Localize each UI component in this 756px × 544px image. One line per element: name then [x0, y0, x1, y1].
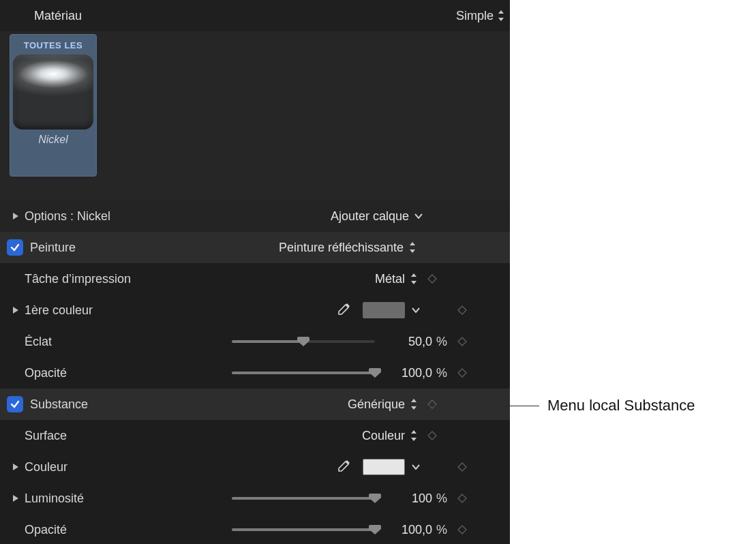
peinture-opacity-label: Opacité	[25, 366, 67, 380]
surface-label: Surface	[25, 429, 67, 443]
luminosity-label: Luminosité	[25, 492, 84, 506]
add-layer-label: Ajouter calque	[331, 209, 409, 224]
callout: Menu local Substance	[406, 397, 695, 414]
print-job-row: Tâche d’impression Métal	[0, 263, 510, 294]
keyframe-icon[interactable]	[447, 462, 477, 472]
keyframe-icon[interactable]	[447, 525, 477, 534]
chevron-down-icon[interactable]	[412, 307, 420, 313]
keyframe-icon[interactable]	[417, 274, 447, 284]
first-color-label: 1ère couleur	[25, 303, 93, 318]
peinture-opacity-slider[interactable]	[232, 367, 375, 378]
eyedropper-icon[interactable]	[335, 303, 350, 318]
material-tile[interactable]: TOUTES LES Nickel	[10, 34, 97, 177]
material-mode-select[interactable]: Simple	[456, 9, 504, 23]
updown-icon	[410, 430, 417, 441]
luminosity-slider[interactable]	[232, 493, 375, 504]
keyframe-icon[interactable]	[417, 431, 447, 440]
callout-line	[406, 406, 539, 406]
eclat-slider[interactable]	[232, 336, 375, 347]
first-color-row: 1ère couleur	[0, 294, 510, 326]
disclosure-triangle-icon[interactable]	[7, 212, 25, 220]
peinture-checkbox[interactable]	[7, 239, 23, 256]
peinture-label: Peinture	[30, 241, 76, 255]
material-name: Nickel	[13, 134, 93, 146]
chevron-down-icon[interactable]	[412, 464, 420, 470]
options-row[interactable]: Options : Nickel Ajouter calque	[0, 200, 510, 232]
surface-row: Surface Couleur	[0, 420, 510, 451]
color-swatch[interactable]	[363, 302, 405, 318]
luminosity-value[interactable]: 100	[387, 492, 432, 506]
substance-label: Substance	[30, 397, 88, 412]
surface-value: Couleur	[362, 429, 405, 443]
keyframe-icon[interactable]	[447, 494, 477, 503]
surface-select[interactable]: Couleur	[362, 429, 417, 443]
material-tab-all[interactable]: TOUTES LES	[13, 37, 93, 55]
inspector-panel: Matériau Simple TOUTES LES Nickel Option…	[0, 0, 510, 544]
print-job-select[interactable]: Métal	[375, 272, 417, 286]
updown-icon	[410, 273, 417, 284]
substance-type-value: Générique	[348, 397, 405, 412]
eclat-label: Éclat	[25, 335, 52, 349]
material-mode-value: Simple	[456, 9, 494, 23]
add-layer-menu[interactable]: Ajouter calque	[331, 209, 423, 224]
peinture-section: Peinture Peinture réfléchissante	[0, 232, 510, 263]
percent-unit: %	[436, 335, 447, 349]
peinture-type-select[interactable]: Peinture réfléchissante	[279, 241, 416, 255]
eclat-value[interactable]: 50,0	[387, 335, 432, 349]
updown-icon	[498, 10, 504, 21]
header-title: Matériau	[34, 9, 82, 23]
disclosure-triangle-icon[interactable]	[7, 494, 25, 502]
keyframe-icon[interactable]	[447, 305, 477, 315]
keyframe-icon[interactable]	[447, 368, 477, 378]
keyframe-icon[interactable]	[447, 337, 477, 346]
peinture-type-value: Peinture réfléchissante	[279, 241, 404, 255]
disclosure-triangle-icon[interactable]	[7, 463, 25, 471]
chevron-down-icon	[414, 213, 423, 219]
luminosity-row: Luminosité 100 %	[0, 483, 510, 514]
couleur-row: Couleur	[0, 451, 510, 483]
substance-opacity-label: Opacité	[25, 523, 67, 537]
eyedropper-icon[interactable]	[335, 459, 350, 474]
color-swatch[interactable]	[363, 459, 405, 475]
substance-checkbox[interactable]	[7, 396, 23, 412]
peinture-opacity-row: Opacité 100,0 %	[0, 357, 510, 389]
substance-opacity-slider[interactable]	[232, 524, 375, 535]
percent-unit: %	[436, 492, 447, 506]
material-library: TOUTES LES Nickel	[0, 31, 510, 200]
options-label: Options : Nickel	[25, 209, 110, 224]
material-thumbnail	[13, 55, 93, 130]
substance-opacity-row: Opacité 100,0 %	[0, 514, 510, 544]
print-job-label: Tâche d’impression	[25, 272, 131, 286]
substance-opacity-value[interactable]: 100,0	[387, 523, 432, 537]
disclosure-triangle-icon[interactable]	[7, 306, 25, 314]
print-job-value: Métal	[375, 272, 405, 286]
updown-icon	[409, 242, 416, 253]
eclat-row: Éclat 50,0 %	[0, 326, 510, 357]
peinture-opacity-value[interactable]: 100,0	[387, 366, 432, 380]
material-header: Matériau Simple	[0, 0, 510, 31]
callout-text: Menu local Substance	[547, 397, 695, 414]
percent-unit: %	[436, 523, 447, 537]
couleur-label: Couleur	[25, 460, 67, 474]
percent-unit: %	[436, 366, 447, 380]
